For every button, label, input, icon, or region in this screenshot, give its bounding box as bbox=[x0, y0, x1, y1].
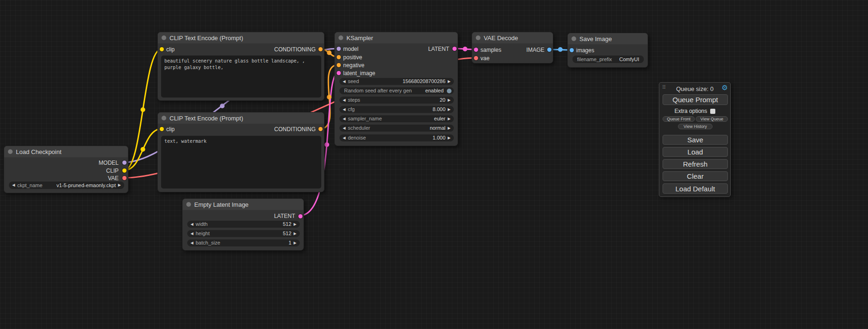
toggle-dot-icon[interactable] bbox=[447, 89, 452, 93]
refresh-button[interactable]: Refresh bbox=[663, 159, 728, 169]
decrement-arrow-icon[interactable]: ◀ bbox=[343, 134, 346, 141]
extra-options-checkbox[interactable] bbox=[710, 109, 715, 114]
node-header[interactable]: Load Checkpoint bbox=[4, 146, 128, 157]
output-port-vae[interactable] bbox=[122, 176, 127, 180]
prev-arrow-icon[interactable]: ◀ bbox=[343, 125, 346, 132]
decrement-arrow-icon[interactable]: ◀ bbox=[191, 221, 193, 228]
node-clip-text-encode-positive[interactable]: CLIP Text Encode (Prompt) clip CONDITION… bbox=[157, 32, 325, 101]
node-title: Load Checkpoint bbox=[16, 148, 62, 155]
collapse-dot-icon[interactable] bbox=[186, 202, 191, 207]
output-port-latent[interactable] bbox=[452, 47, 457, 51]
node-empty-latent-image[interactable]: Empty Latent Image LATENT ◀ width 512 ▶ … bbox=[182, 198, 304, 251]
node-vae-decode[interactable]: VAE Decode samples vae IMAGE bbox=[472, 32, 553, 63]
increment-arrow-icon[interactable]: ▶ bbox=[294, 239, 296, 246]
input-port-vae[interactable] bbox=[474, 56, 478, 60]
output-port-clip[interactable] bbox=[122, 168, 127, 173]
prev-arrow-icon[interactable]: ◀ bbox=[343, 115, 346, 122]
widget-random-seed[interactable]: Random seed after every gen enabled bbox=[339, 87, 454, 94]
output-label-image: IMAGE bbox=[526, 47, 544, 53]
output-label-conditioning: CONDITIONING bbox=[274, 126, 316, 133]
node-load-checkpoint[interactable]: Load Checkpoint MODEL CLIP VAE ◀ ckpt_na… bbox=[4, 146, 128, 193]
widget-value: 512 bbox=[283, 230, 291, 237]
output-port-latent[interactable] bbox=[298, 214, 303, 218]
input-port-latent-image[interactable] bbox=[337, 71, 341, 75]
widget-batch-size[interactable]: ◀ batch_size 1 ▶ bbox=[187, 239, 300, 246]
widget-height[interactable]: ◀ height 512 ▶ bbox=[187, 230, 300, 237]
wire-midpoint-dot bbox=[141, 107, 145, 112]
increment-arrow-icon[interactable]: ▶ bbox=[294, 221, 296, 228]
decrement-arrow-icon[interactable]: ◀ bbox=[343, 106, 346, 113]
decrement-arrow-icon[interactable]: ◀ bbox=[343, 97, 346, 104]
decrement-arrow-icon[interactable]: ◀ bbox=[191, 230, 193, 237]
load-button[interactable]: Load bbox=[663, 147, 728, 157]
widget-label: width bbox=[196, 221, 208, 228]
increment-arrow-icon[interactable]: ▶ bbox=[448, 134, 451, 141]
prev-arrow-icon[interactable]: ◀ bbox=[12, 182, 15, 189]
next-arrow-icon[interactable]: ▶ bbox=[448, 115, 451, 122]
increment-arrow-icon[interactable]: ▶ bbox=[448, 97, 451, 104]
increment-arrow-icon[interactable]: ▶ bbox=[448, 78, 451, 85]
output-port-image[interactable] bbox=[547, 48, 551, 52]
output-port-model[interactable] bbox=[122, 161, 127, 165]
widget-cfg[interactable]: ◀ cfg 8.000 ▶ bbox=[339, 106, 454, 113]
widget-sampler-name[interactable]: ◀ sampler_name euler ▶ bbox=[339, 115, 454, 122]
queue-prompt-button[interactable]: Queue Prompt bbox=[663, 94, 728, 105]
output-port-conditioning[interactable] bbox=[318, 47, 323, 51]
next-arrow-icon[interactable]: ▶ bbox=[448, 125, 451, 132]
settings-gear-icon[interactable]: ⚙ bbox=[722, 84, 728, 92]
widget-steps[interactable]: ◀ steps 20 ▶ bbox=[339, 97, 454, 104]
collapse-dot-icon[interactable] bbox=[572, 36, 576, 41]
widget-scheduler[interactable]: ◀ scheduler normal ▶ bbox=[339, 125, 454, 132]
node-title: Save Image bbox=[579, 35, 612, 42]
node-header[interactable]: Empty Latent Image bbox=[183, 199, 303, 210]
node-ksampler[interactable]: KSampler model positive negative latent_… bbox=[334, 32, 458, 146]
widget-filename-prefix[interactable]: filename_prefix ComfyUI bbox=[572, 56, 644, 63]
queue-front-button[interactable]: Queue Front bbox=[663, 116, 695, 122]
view-queue-button[interactable]: View Queue bbox=[696, 116, 728, 122]
wire-midpoint-dot bbox=[327, 95, 332, 99]
widget-width[interactable]: ◀ width 512 ▶ bbox=[187, 221, 300, 228]
input-port-positive[interactable] bbox=[337, 55, 341, 59]
input-label-clip: clip bbox=[166, 126, 175, 133]
wire-midpoint-dot bbox=[463, 47, 467, 51]
node-clip-text-encode-negative[interactable]: CLIP Text Encode (Prompt) clip CONDITION… bbox=[157, 112, 325, 192]
widget-seed[interactable]: ◀ seed 156680208700286 ▶ bbox=[339, 78, 454, 85]
prompt-textarea[interactable]: beautiful scenery nature glass bottle la… bbox=[161, 56, 321, 98]
view-history-button[interactable]: View History bbox=[678, 124, 713, 129]
node-save-image[interactable]: Save Image images filename_prefix ComfyU… bbox=[567, 33, 648, 68]
clear-button[interactable]: Clear bbox=[663, 171, 728, 181]
collapse-dot-icon[interactable] bbox=[162, 35, 166, 40]
decrement-arrow-icon[interactable]: ◀ bbox=[343, 78, 346, 85]
widget-value: 1 bbox=[289, 239, 291, 246]
increment-arrow-icon[interactable]: ▶ bbox=[294, 230, 296, 237]
widget-ckpt-name[interactable]: ◀ ckpt_name v1-5-pruned-emaonly.ckpt ▶ bbox=[9, 182, 124, 189]
collapse-dot-icon[interactable] bbox=[162, 116, 166, 120]
next-arrow-icon[interactable]: ▶ bbox=[118, 182, 121, 189]
collapse-dot-icon[interactable] bbox=[339, 35, 343, 40]
input-port-clip[interactable] bbox=[160, 127, 164, 131]
widget-value: 1.000 bbox=[432, 134, 445, 141]
increment-arrow-icon[interactable]: ▶ bbox=[448, 106, 451, 113]
output-port-conditioning[interactable] bbox=[318, 127, 323, 131]
prompt-textarea[interactable]: text, watermark bbox=[161, 136, 321, 189]
node-header[interactable]: VAE Decode bbox=[472, 32, 553, 43]
node-graph-canvas[interactable]: Load Checkpoint MODEL CLIP VAE ◀ ckpt_na… bbox=[0, 0, 868, 329]
widget-denoise[interactable]: ◀ denoise 1.000 ▶ bbox=[339, 134, 454, 141]
decrement-arrow-icon[interactable]: ◀ bbox=[191, 239, 193, 246]
output-label-model: MODEL bbox=[99, 160, 119, 166]
input-port-clip[interactable] bbox=[160, 47, 164, 51]
save-button[interactable]: Save bbox=[663, 135, 728, 145]
node-header[interactable]: CLIP Text Encode (Prompt) bbox=[158, 112, 324, 124]
input-port-negative[interactable] bbox=[337, 63, 341, 67]
node-header[interactable]: Save Image bbox=[568, 33, 648, 44]
wire-midpoint-dot bbox=[141, 147, 145, 152]
widget-value: ComfyUI bbox=[619, 56, 639, 63]
collapse-dot-icon[interactable] bbox=[8, 149, 13, 154]
node-header[interactable]: KSampler bbox=[335, 32, 458, 43]
load-default-button[interactable]: Load Default bbox=[663, 183, 728, 194]
input-port-samples[interactable] bbox=[474, 48, 478, 52]
node-header[interactable]: CLIP Text Encode (Prompt) bbox=[158, 32, 324, 43]
input-port-images[interactable] bbox=[570, 48, 574, 52]
input-port-model[interactable] bbox=[337, 47, 341, 51]
collapse-dot-icon[interactable] bbox=[476, 35, 480, 40]
